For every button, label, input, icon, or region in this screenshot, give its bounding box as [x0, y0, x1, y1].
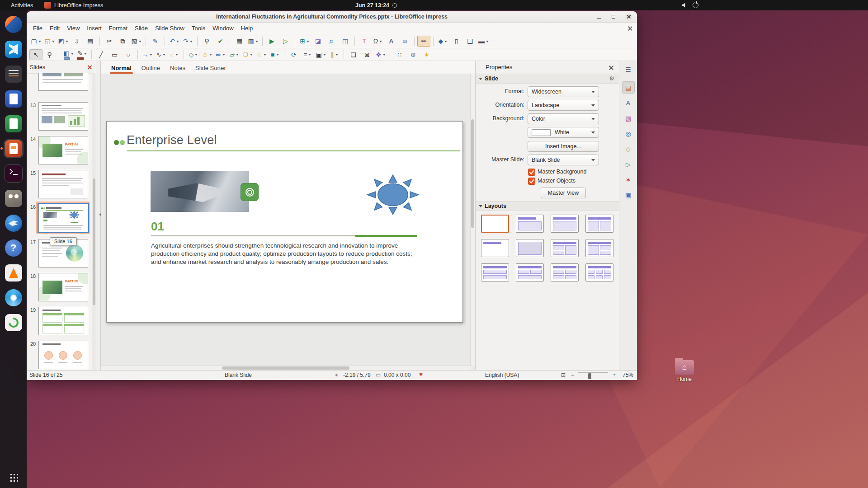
- slide-number-label[interactable]: 01: [151, 220, 164, 234]
- image-filter-button[interactable]: ❖: [374, 49, 387, 60]
- flowchart-button[interactable]: ▱: [227, 49, 241, 60]
- master-view-button[interactable]: Master View: [541, 188, 586, 198]
- layout-title-only[interactable]: [481, 239, 509, 257]
- dock-calc[interactable]: [4, 114, 24, 133]
- layout-two-content[interactable]: [585, 215, 613, 233]
- close-document-icon[interactable]: [627, 26, 633, 31]
- sidebar-tab-shapes-icon[interactable]: ◇: [622, 143, 635, 155]
- menu-insert[interactable]: Insert: [83, 23, 105, 33]
- open-button[interactable]: ◱: [43, 36, 56, 47]
- print-button[interactable]: ▤: [84, 36, 97, 47]
- menu-view[interactable]: View: [63, 23, 83, 33]
- minimize-button[interactable]: [595, 13, 603, 21]
- arrange-button[interactable]: ▣: [314, 49, 327, 60]
- insert-image-button[interactable]: Insert Image...: [528, 141, 599, 152]
- master-slide-dropdown[interactable]: Blank Slide: [528, 155, 599, 165]
- clock-menu[interactable]: Jun 27 13:24: [355, 2, 397, 9]
- cut-button[interactable]: ✂: [103, 36, 116, 47]
- slides-panel-scrollbar[interactable]: [92, 73, 96, 371]
- background-dropdown[interactable]: Color: [528, 113, 599, 124]
- lines-and-arrows-button[interactable]: →: [141, 49, 154, 60]
- dock-vscode[interactable]: [4, 40, 24, 59]
- rotate-button[interactable]: ⟳: [287, 49, 300, 60]
- shapes-button[interactable]: ◆: [436, 36, 449, 47]
- scrollbar-thumb[interactable]: [93, 178, 95, 305]
- dock-chromium[interactable]: [4, 288, 24, 307]
- slide-section-header[interactable]: Slide ⚙: [476, 74, 619, 84]
- dock-terminal[interactable]: [4, 164, 24, 183]
- tab-outline[interactable]: Outline: [137, 62, 165, 74]
- sidebar-tab-slide-transition-icon[interactable]: ▷: [622, 158, 635, 170]
- slide-thumbnail-19[interactable]: 19: [27, 307, 92, 335]
- start-from-first-slide-button[interactable]: ▶: [265, 36, 278, 47]
- sun-shape[interactable]: [366, 174, 420, 215]
- orientation-dropdown[interactable]: Landscape: [528, 100, 599, 111]
- snap-guides-button[interactable]: ▥: [246, 36, 259, 47]
- layout-2content-over-content[interactable]: [481, 263, 509, 282]
- layout-content-over-content[interactable]: [516, 263, 544, 282]
- zoom-level[interactable]: 75%: [623, 372, 633, 378]
- ellipse-button[interactable]: ○: [122, 49, 135, 60]
- slide-settings-gear-icon[interactable]: ⚙: [609, 75, 614, 82]
- block-arrows-button[interactable]: ⇨: [214, 49, 227, 60]
- document-modified-icon[interactable]: ✱: [419, 372, 423, 377]
- sidebar-tab-properties-icon[interactable]: ▤: [622, 81, 635, 94]
- dock-writer[interactable]: [4, 89, 24, 108]
- shadow-button[interactable]: ❏: [347, 49, 360, 60]
- slide-thumbnail-13[interactable]: 13: [27, 102, 92, 131]
- maximize-button[interactable]: [610, 13, 618, 21]
- insert-media-button[interactable]: ♬: [325, 36, 338, 47]
- slide-thumbnail-12[interactable]: [27, 73, 92, 91]
- sidebar-tab-animation-icon[interactable]: ✶: [622, 174, 635, 186]
- language-selector[interactable]: English (USA): [485, 372, 519, 378]
- focused-app-indicator[interactable]: LibreOffice Impress: [44, 2, 103, 9]
- master-slide-name[interactable]: Blank Slide: [225, 372, 252, 378]
- slide-thumbnail-20[interactable]: 20: [27, 341, 92, 369]
- dock-firefox[interactable]: [4, 15, 24, 34]
- fill-color-button[interactable]: ◧: [62, 48, 75, 61]
- layout-title-slide[interactable]: [516, 215, 544, 233]
- zoom-slider-handle[interactable]: [588, 373, 591, 379]
- callouts-button[interactable]: ❍: [241, 49, 254, 60]
- hyperlink-button[interactable]: ∞: [398, 36, 411, 47]
- layout-four-content[interactable]: [551, 263, 579, 282]
- sidebar-tab-master-slides-icon[interactable]: ▣: [622, 189, 635, 201]
- find-replace-button[interactable]: ⚲: [200, 36, 213, 47]
- zoom-in-button[interactable]: +: [613, 372, 616, 378]
- layout-2content-content[interactable]: [551, 239, 579, 257]
- show-applications-button[interactable]: [0, 473, 27, 482]
- spelling-button[interactable]: ✔: [214, 36, 227, 47]
- sidebar-settings-icon[interactable]: ☰: [622, 63, 635, 75]
- select-tool-button[interactable]: ↖: [29, 49, 42, 60]
- undo-button[interactable]: ↶: [168, 36, 181, 47]
- dock-thunderbird[interactable]: [4, 214, 24, 233]
- special-character-button[interactable]: Ω: [371, 36, 384, 47]
- zoom-out-button[interactable]: −: [571, 372, 574, 378]
- slide-canvas[interactable]: Enterprise Level: [106, 121, 463, 323]
- dock-software-updater[interactable]: [4, 313, 24, 332]
- distribute-button[interactable]: ∥: [328, 49, 341, 60]
- panel-splitter[interactable]: [96, 61, 101, 371]
- format-dropdown[interactable]: Widescreen: [528, 86, 599, 97]
- layout-title-content[interactable]: [551, 215, 579, 233]
- menu-slide-show[interactable]: Slide Show: [151, 23, 188, 33]
- start-from-current-slide-button[interactable]: ▷: [279, 36, 292, 47]
- slide-canvas-area[interactable]: Enterprise Level: [101, 74, 475, 371]
- dock-gimp[interactable]: [4, 189, 24, 208]
- new-slide-button[interactable]: ▯: [450, 36, 463, 47]
- crop-button[interactable]: ⊠: [360, 49, 373, 60]
- insert-text-box-button[interactable]: T: [358, 36, 371, 47]
- slide-thumbnail-16[interactable]: 16: [27, 204, 92, 232]
- display-grid-button[interactable]: ▦: [233, 36, 246, 47]
- align-objects-button[interactable]: ≡: [301, 49, 314, 60]
- slide-layout-button[interactable]: ▬: [477, 36, 490, 47]
- slide-title[interactable]: Enterprise Level: [127, 133, 217, 147]
- handshake-image[interactable]: [151, 171, 249, 212]
- 3d-objects-button[interactable]: ■: [268, 49, 281, 60]
- menu-edit[interactable]: Edit: [46, 23, 63, 33]
- dock-text-editor[interactable]: [4, 65, 24, 84]
- menu-help[interactable]: Help: [237, 23, 257, 33]
- tab-notes[interactable]: Notes: [165, 62, 190, 74]
- activities-button[interactable]: Activities: [7, 2, 37, 9]
- connector-button[interactable]: ⌐: [168, 49, 181, 60]
